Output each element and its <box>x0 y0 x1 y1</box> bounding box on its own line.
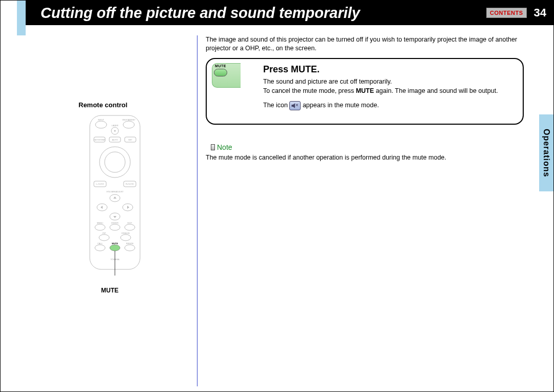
note-heading: Note <box>211 143 232 151</box>
mute-key-label: MUTE <box>215 64 226 68</box>
svg-text:EXIT: EXIT <box>128 222 132 224</box>
instr-line2b: again. The image and sound will be outpu… <box>374 87 498 94</box>
note-label: Note <box>217 143 232 151</box>
page-number: 34 <box>531 6 553 19</box>
instr-line2-bold: MUTE <box>356 87 374 94</box>
svg-point-6 <box>114 130 115 131</box>
instruction-box: MUTE Press MUTE. The sound and picture a… <box>206 58 524 125</box>
remote-control-illustration: INPUT ON/STANDBY LASER KEYSTONE AUTO SET… <box>87 113 143 278</box>
page-title: Cutting off the picture and sound tempor… <box>25 5 486 22</box>
section-tab-label: Operations <box>542 129 551 177</box>
mute-callout-label: MUTE <box>101 287 118 294</box>
svg-point-25 <box>95 224 105 230</box>
svg-text:MENU: MENU <box>97 222 103 224</box>
intro-text: The image and sound of this projector ca… <box>206 35 533 53</box>
mute-button-icon <box>214 69 227 76</box>
instruction-body: The sound and picture are cut off tempor… <box>263 77 516 110</box>
svg-point-29 <box>125 224 135 230</box>
accent-strip <box>17 1 26 35</box>
mute-osd-icon <box>289 101 301 110</box>
svg-text:RESIZE: RESIZE <box>126 242 134 245</box>
svg-point-31 <box>99 234 109 241</box>
mute-button-illustration: MUTE <box>214 64 227 76</box>
instr-line1: The sound and picture are cut off tempor… <box>263 78 392 85</box>
svg-text:L-CLICK: L-CLICK <box>96 183 104 185</box>
svg-point-15 <box>105 152 125 172</box>
svg-point-38 <box>125 245 135 251</box>
svg-text:ON/STANDBY: ON/STANDBY <box>122 119 135 121</box>
svg-point-14 <box>100 147 130 178</box>
svg-point-35 <box>95 245 105 251</box>
note-body: The mute mode is cancelled if another op… <box>206 153 533 163</box>
note-bullet-icon <box>211 144 215 150</box>
svg-text:SET: SET <box>128 139 132 141</box>
svg-text:INPUT: INPUT <box>98 119 105 121</box>
svg-point-1 <box>95 121 107 128</box>
remote-mute-highlight <box>110 245 120 251</box>
svg-text:R-CLICK: R-CLICK <box>126 183 134 185</box>
body-area: The image and sound of this projector ca… <box>25 25 553 391</box>
svg-text:KEYSTONE: KEYSTONE <box>94 139 105 141</box>
svg-point-27 <box>110 224 120 230</box>
instruction-title: Press MUTE. <box>263 64 516 75</box>
contents-button[interactable]: CONTENTS <box>486 8 527 18</box>
svg-text:CALL: CALL <box>97 242 103 245</box>
section-tab: Operations <box>539 114 553 191</box>
svg-text:LASER: LASER <box>111 124 118 127</box>
svg-text:PIP: PIP <box>103 232 106 234</box>
instr-line2a: To cancel the mute mode, press <box>263 87 356 94</box>
svg-text:FREEZE: FREEZE <box>122 232 130 234</box>
column-divider <box>197 35 197 386</box>
svg-text:AUTO: AUTO <box>112 139 117 141</box>
title-bar: Cutting off the picture and sound tempor… <box>25 1 553 25</box>
svg-text:ENTER: ENTER <box>111 222 118 224</box>
instr-line3a: The icon <box>263 102 289 109</box>
remote-control-label: Remote control <box>78 101 127 109</box>
svg-text:MUTE: MUTE <box>112 242 118 245</box>
svg-text:VOLUME/ADJUST: VOLUME/ADJUST <box>106 190 124 193</box>
svg-point-3 <box>123 121 134 128</box>
instr-line3b: appears in the mute mode. <box>303 102 379 109</box>
svg-point-33 <box>121 234 131 241</box>
